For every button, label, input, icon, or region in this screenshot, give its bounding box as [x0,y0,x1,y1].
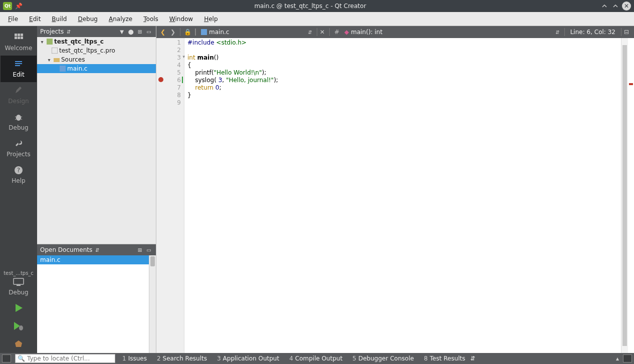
mode-welcome[interactable]: Welcome [1,29,37,56]
mode-design: Design [1,82,37,109]
editor-scrollbar[interactable] [621,38,628,353]
add-split-icon[interactable]: ⊞ [136,246,144,254]
build-button[interactable] [1,335,37,353]
svg-rect-1 [18,34,20,36]
expand-arrow-icon[interactable]: ▾ [46,57,52,63]
output-test-results[interactable]: 8Test Results⇵ [421,355,478,362]
close-panel-icon[interactable]: ▭ [145,28,153,36]
output-compile-output[interactable]: 4Compile Output [286,355,345,362]
menubar: File Edit Build Debug Analyze Tools Wind… [0,12,634,26]
add-split-icon[interactable]: ⊞ [136,28,144,36]
breakpoint-icon[interactable] [158,77,163,82]
menu-file[interactable]: File [3,14,23,25]
svg-rect-8 [15,65,20,66]
line-number[interactable]: 7 [156,84,184,92]
tree-pro-file[interactable]: test_qtc_ltps_c.pro [37,46,156,55]
svg-line-13 [21,119,22,120]
mode-debug[interactable]: Debug [1,109,37,135]
toggle-right-sidebar-button[interactable] [623,354,632,362]
dropdown-icon[interactable]: ⇵ [93,246,101,254]
svg-rect-0 [15,34,17,36]
tree-source-file[interactable]: main.c [37,64,156,73]
scrollbar-thumb[interactable] [622,45,627,346]
mode-label: Design [8,98,29,105]
split-editor-button[interactable]: ⊟ [624,29,632,36]
close-document-button[interactable]: ✕ [320,29,327,36]
expand-arrow-icon[interactable]: ▾ [39,39,45,45]
mode-label: Projects [7,151,30,158]
line-number[interactable]: 5 [156,69,184,77]
line-number[interactable]: 3 [156,54,184,62]
dropdown-icon[interactable]: ⇵ [65,28,73,36]
maximize-button[interactable] [611,2,620,11]
line-gutter[interactable]: 1 2 3 4 5 6 7 8 9 ▾ [156,38,184,353]
output-search-results[interactable]: 2Search Results [154,355,210,362]
code-text[interactable]: #include <stdio.h> int main() { printf("… [184,38,634,353]
dropdown-icon[interactable]: ⇵ [555,30,559,35]
mode-edit[interactable]: Edit [1,56,37,82]
line-number[interactable]: 2 [156,47,184,54]
run-debug-button[interactable] [1,317,37,335]
pin-icon[interactable]: 📌 [15,3,23,10]
line-number[interactable]: 9 [156,99,184,107]
svg-rect-6 [15,61,22,62]
tree-project-root[interactable]: ▾ test_qtc_ltps_c [37,37,156,46]
tree-sources-folder[interactable]: ▾ Sources [37,55,156,64]
lock-icon[interactable]: 🔒 [183,28,192,37]
svg-rect-17 [17,285,21,286]
nav-forward-button[interactable]: ❯ [168,28,177,37]
close-panel-icon[interactable]: ▭ [145,246,153,254]
open-documents-label: Open Documents [40,246,92,253]
mode-bar: Welcome Edit Design Debug Projects ? Hel… [0,26,37,353]
dropdown-icon[interactable]: ⇵ [470,355,475,362]
scrollbar-thumb[interactable] [150,256,155,266]
scrollbar[interactable] [149,255,156,353]
mode-help[interactable]: ? Help [1,162,37,188]
close-button[interactable]: ✕ [622,2,631,11]
run-button[interactable] [1,299,37,317]
file-selector[interactable]: main.c ⇵ [199,29,314,36]
mode-label: Debug [9,124,28,131]
kit-config: Debug [0,289,37,296]
output-issues[interactable]: 1Issues [119,355,150,362]
svg-rect-2 [21,34,23,36]
output-debugger-console[interactable]: 5Debugger Console [349,355,417,362]
project-tree[interactable]: ▾ test_qtc_ltps_c test_qtc_ltps_c.pro ▾ … [37,37,156,244]
kit-selector[interactable]: test_...tps_c Debug [0,267,37,299]
svg-point-9 [16,115,21,121]
chevron-up-icon[interactable]: ▴ [616,355,619,362]
line-number[interactable]: 4 [156,62,184,69]
locator-input[interactable]: 🔍 [15,354,115,363]
mode-label: Help [12,177,25,184]
svg-rect-21 [54,58,60,62]
toggle-sidebar-button[interactable] [2,354,11,362]
open-document-item[interactable]: main.c [37,255,156,264]
menu-build[interactable]: Build [47,14,72,25]
hash-icon[interactable]: # [332,28,341,37]
menu-edit[interactable]: Edit [24,14,46,25]
nav-back-button[interactable]: ❮ [158,28,167,37]
filter-icon[interactable]: ▼ [118,28,126,36]
sources-label: Sources [61,56,85,63]
svg-rect-7 [15,63,22,64]
line-number[interactable]: 1 [156,39,184,47]
open-documents-list[interactable]: main.c [37,255,156,353]
output-application-output[interactable]: 3Application Output [214,355,282,362]
menu-analyze[interactable]: Analyze [104,14,137,25]
locator-field[interactable] [27,355,113,362]
overview-ruler[interactable] [628,38,634,353]
menu-window[interactable]: Window [164,14,198,25]
line-number[interactable]: 8 [156,92,184,99]
mode-projects[interactable]: Projects [1,135,37,162]
menu-help[interactable]: Help [199,14,223,25]
code-editor[interactable]: 1 2 3 4 5 6 7 8 9 ▾ #include <stdio.h> i… [156,38,634,353]
symbol-selector[interactable]: ◆ main(): int ⇵ [342,29,562,36]
menu-tools[interactable]: Tools [138,14,163,25]
minimize-button[interactable] [600,2,609,11]
dropdown-icon[interactable]: ⇵ [308,30,312,35]
projects-header: Projects ⇵ ▼ ⬤ ⊞ ▭ [37,26,156,37]
line-column-indicator[interactable]: Line: 6, Col: 32 [567,29,618,36]
error-marker[interactable] [629,83,633,85]
menu-debug[interactable]: Debug [73,14,102,25]
link-icon[interactable]: ⬤ [127,28,135,36]
